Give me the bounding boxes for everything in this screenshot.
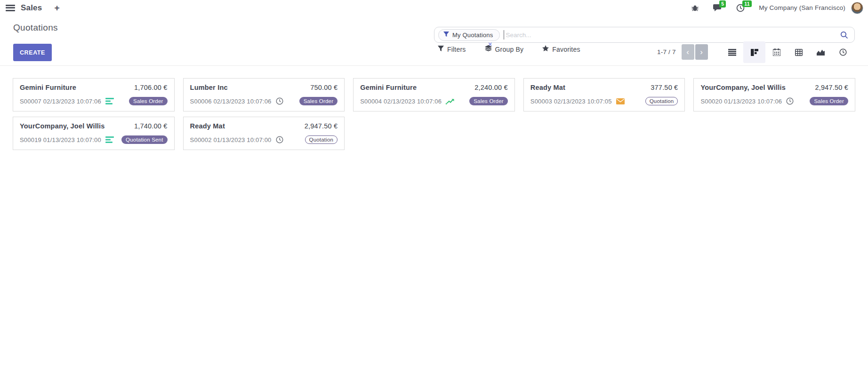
graph-view-icon[interactable] <box>810 41 832 63</box>
card-customer: Gemini Furniture <box>360 84 417 91</box>
quotation-card[interactable]: Gemini Furniture 2,240.00 € S00004 02/13… <box>353 78 515 111</box>
create-button[interactable]: CREATE <box>13 44 52 61</box>
layers-icon <box>485 45 492 53</box>
card-reference: S00003 02/13/2023 10:07:05 <box>530 98 612 105</box>
list-activity-icon[interactable] <box>105 98 114 104</box>
quotation-card[interactable]: Ready Mat 377.50 € S00003 02/13/2023 10:… <box>523 78 685 111</box>
group-by-label: Group By <box>495 46 524 53</box>
search-icon[interactable] <box>840 31 848 41</box>
search-facet-my-quotations[interactable]: My Quotations × <box>438 29 500 41</box>
new-tab-plus-icon[interactable]: + <box>54 3 59 12</box>
pager-previous-button[interactable]: ‹ <box>682 44 694 60</box>
pager-count: 1-7 / 7 <box>657 48 676 56</box>
search-input[interactable] <box>504 32 836 39</box>
card-customer: YourCompany, Joel Willis <box>20 122 105 130</box>
card-amount: 377.50 € <box>651 84 678 91</box>
control-panel: Quotations CREATE My Quotations × Filter… <box>0 16 868 66</box>
card-customer: Ready Mat <box>530 84 565 91</box>
clock-activity-icon[interactable] <box>276 97 283 105</box>
card-status-badge: Sales Order <box>810 97 848 105</box>
quotation-card[interactable]: Lumber Inc 750.00 € S00006 02/13/2023 10… <box>183 78 345 111</box>
quotation-card[interactable]: YourCompany, Joel Willis 1,740.00 € S000… <box>13 117 175 150</box>
activity-view-icon[interactable] <box>832 41 854 63</box>
card-reference: S00002 01/13/2023 10:07:00 <box>190 136 272 143</box>
list-view-icon[interactable] <box>721 41 743 63</box>
card-status-badge: Quotation <box>305 135 338 144</box>
facet-filter-icon <box>443 31 449 39</box>
card-status-badge: Sales Order <box>129 97 168 105</box>
pager: 1-7 / 7 ‹ › <box>657 44 708 60</box>
quotation-card[interactable]: Gemini Furniture 1,706.00 € S00007 02/13… <box>13 78 175 111</box>
group-by-button[interactable]: Group By <box>485 45 524 53</box>
list-activity-icon[interactable] <box>105 136 114 143</box>
messages-count-badge: 5 <box>719 0 726 8</box>
calendar-view-icon[interactable] <box>765 41 788 63</box>
messages-icon[interactable]: 5 <box>713 4 722 12</box>
facet-label: My Quotations <box>452 32 493 39</box>
view-switcher <box>721 41 854 63</box>
pivot-view-icon[interactable] <box>788 41 810 63</box>
favorites-label: Favorites <box>552 46 580 53</box>
card-reference: S00020 01/13/2023 10:07:06 <box>700 98 782 105</box>
card-customer: Gemini Furniture <box>20 84 76 91</box>
card-customer: Ready Mat <box>190 122 225 130</box>
user-avatar[interactable] <box>851 2 863 14</box>
card-amount: 2,240.00 € <box>474 84 508 91</box>
kanban-view-icon[interactable] <box>743 41 765 63</box>
card-customer: YourCompany, Joel Willis <box>700 84 786 91</box>
activities-clock-icon[interactable]: 11 <box>736 4 745 12</box>
kanban-view: Gemini Furniture 1,706.00 € S00007 02/13… <box>0 66 868 150</box>
filters-label: Filters <box>447 46 466 53</box>
clock-activity-icon[interactable] <box>786 97 794 105</box>
card-amount: 750.00 € <box>310 84 338 91</box>
debug-bug-icon[interactable] <box>691 4 699 12</box>
top-navbar: Sales + 5 11 My Company (San Francisco) <box>0 0 868 16</box>
star-icon <box>542 45 549 53</box>
pager-next-button[interactable]: › <box>695 44 708 60</box>
filters-button[interactable]: Filters <box>438 46 466 53</box>
card-customer: Lumber Inc <box>190 84 228 91</box>
apps-menu-icon[interactable] <box>6 5 15 11</box>
envelope-activity-icon[interactable] <box>616 98 625 104</box>
card-status-badge: Quotation Sent <box>121 135 168 144</box>
card-reference: S00006 02/13/2023 10:07:06 <box>190 98 272 105</box>
quotation-card[interactable]: YourCompany, Joel Willis 2,947.50 € S000… <box>693 78 855 111</box>
activities-count-badge: 11 <box>742 0 752 8</box>
card-amount: 2,947.50 € <box>815 84 848 91</box>
trend-activity-icon[interactable] <box>446 98 455 105</box>
company-switcher[interactable]: My Company (San Francisco) <box>759 4 845 11</box>
favorites-button[interactable]: Favorites <box>542 45 580 53</box>
card-amount: 2,947.50 € <box>305 122 338 130</box>
search-options: Filters Group By Favorites <box>438 45 580 53</box>
card-status-badge: Quotation <box>645 97 678 105</box>
clock-activity-icon[interactable] <box>276 136 283 143</box>
page-title: Quotations <box>13 23 58 33</box>
card-reference: S00004 02/13/2023 10:07:06 <box>360 98 442 105</box>
card-amount: 1,740.00 € <box>134 122 168 130</box>
app-name[interactable]: Sales <box>21 3 42 13</box>
card-status-badge: Sales Order <box>299 97 338 105</box>
card-reference: S00019 01/13/2023 10:07:00 <box>20 136 101 143</box>
card-amount: 1,706.00 € <box>134 84 168 91</box>
card-status-badge: Sales Order <box>469 97 508 105</box>
search-bar[interactable]: My Quotations × <box>434 27 855 43</box>
quotation-card[interactable]: Ready Mat 2,947.50 € S00002 01/13/2023 1… <box>183 117 345 150</box>
filter-funnel-icon <box>438 46 444 53</box>
card-reference: S00007 02/13/2023 10:07:06 <box>20 98 101 105</box>
